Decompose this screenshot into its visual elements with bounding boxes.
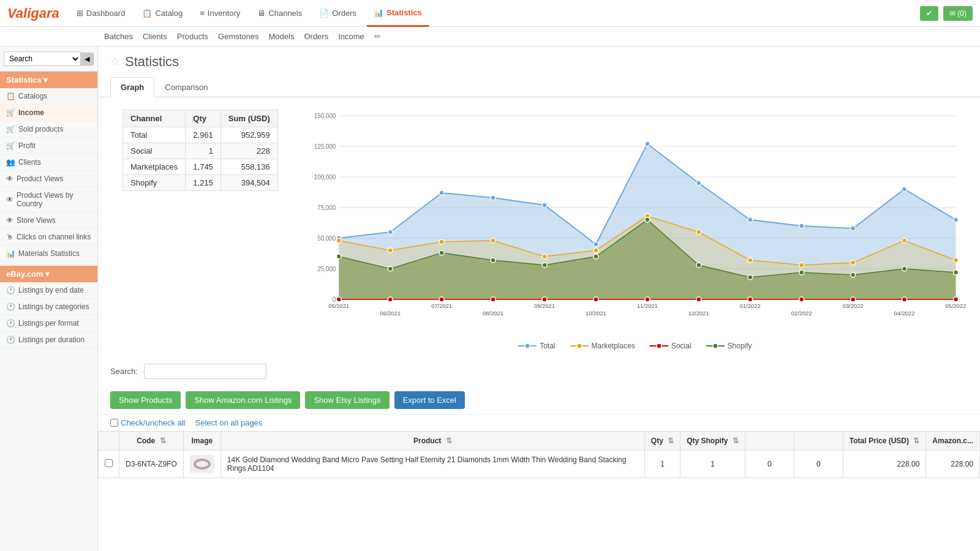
- sidebar-item-listings-categories[interactable]: 🕐 Listings by categories: [0, 299, 97, 315]
- nav-orders[interactable]: 📄 Orders: [312, 0, 364, 27]
- product-col-header[interactable]: Product ⇅: [221, 432, 644, 451]
- materials-stats-icon: 📊: [6, 249, 15, 258]
- sub-nav-income[interactable]: Income: [338, 32, 364, 41]
- edit-icon[interactable]: ✏: [374, 32, 381, 41]
- page-title-bar: ☆ Statistics: [98, 47, 980, 77]
- sub-nav-models[interactable]: Models: [269, 32, 295, 41]
- svg-point-90: [902, 266, 907, 271]
- svg-point-50: [850, 226, 855, 231]
- code-col-header[interactable]: Code ⇅: [119, 432, 184, 451]
- export-excel-button[interactable]: Export to Excel: [394, 391, 465, 409]
- sidebar-item-listings-format[interactable]: 🕐 Listings per format: [0, 315, 97, 332]
- svg-point-48: [748, 217, 753, 222]
- sub-nav-orders[interactable]: Orders: [304, 32, 328, 41]
- product-qty-shopify: 1: [680, 451, 745, 478]
- sidebar-item-store-views[interactable]: 👁 Store Views: [0, 212, 97, 229]
- show-amazon-button[interactable]: Show Amazon.com Listings: [186, 391, 300, 409]
- channel-table-row: Shopify 1,215 394,504: [123, 175, 278, 191]
- search-input[interactable]: [144, 364, 266, 379]
- income-icon: 🛒: [6, 108, 15, 117]
- ebay-section-header[interactable]: eBay.com ▾: [0, 266, 97, 282]
- row-checkbox-cell[interactable]: [99, 451, 119, 478]
- select-on-all-pages[interactable]: Select on all pages: [195, 418, 263, 427]
- product-amazon-price: 228.00: [926, 451, 980, 478]
- sidebar-item-materials-stats[interactable]: 📊 Materials Statistics: [0, 246, 97, 262]
- sidebar-item-income[interactable]: 🛒 Income: [0, 105, 97, 121]
- sub-nav-gemstones[interactable]: Gemstones: [218, 32, 258, 41]
- nav-inventory[interactable]: ≡ Inventory: [192, 0, 247, 27]
- svg-point-85: [645, 217, 650, 222]
- product-code: D3-6NTA-Z9FO: [119, 451, 184, 478]
- nav-catalog[interactable]: 📋 Catalog: [135, 0, 190, 27]
- svg-point-73: [696, 297, 701, 302]
- show-etsy-button[interactable]: Show Etsy Listings: [305, 391, 389, 409]
- check-uncheck-all-label[interactable]: Check/uncheck all: [110, 418, 186, 427]
- channel-sum: 558,136: [221, 159, 277, 175]
- sidebar-item-product-views-country[interactable]: 👁 Product Views by Country: [0, 187, 97, 212]
- favorite-icon[interactable]: ☆: [110, 55, 120, 69]
- svg-text:07/2021: 07/2021: [431, 302, 452, 309]
- sidebar-item-sold-products[interactable]: 🛒 Sold products: [0, 121, 97, 138]
- logo[interactable]: Valigara: [7, 6, 59, 21]
- nav-channels[interactable]: 🖥 Channels: [250, 0, 309, 27]
- sidebar-item-profit[interactable]: 🛒 Profit: [0, 138, 97, 154]
- check-all-checkbox[interactable]: [110, 419, 118, 427]
- total-price-col-header[interactable]: Total Price (USD) ⇅: [843, 432, 925, 451]
- svg-point-82: [491, 258, 496, 263]
- sidebar-item-product-views[interactable]: 👁 Product Views: [0, 171, 97, 187]
- qty-col-header-prod[interactable]: Qty ⇅: [644, 432, 680, 451]
- main-layout: Search ◀ Statistics ▾ 📋 Catalogs 🛒 Incom…: [0, 47, 980, 551]
- sub-nav-clients[interactable]: Clients: [143, 32, 167, 41]
- nav-statistics[interactable]: 📊 Statistics: [366, 0, 429, 27]
- search-bar: Search ◀: [0, 47, 97, 72]
- svg-text:05/2022: 05/2022: [945, 302, 966, 309]
- sub-nav-batches[interactable]: Batches: [104, 32, 133, 41]
- sidebar-item-catalogs[interactable]: 📋 Catalogs: [0, 88, 97, 105]
- dashboard-icon: ⊞: [77, 9, 83, 18]
- row-checkbox[interactable]: [105, 459, 113, 467]
- svg-point-88: [799, 270, 804, 275]
- svg-text:150,000: 150,000: [314, 113, 336, 119]
- tab-graph[interactable]: Graph: [110, 77, 154, 97]
- tab-comparison[interactable]: Comparison: [154, 77, 218, 97]
- col-empty-1: [745, 432, 794, 451]
- svg-text:11/2021: 11/2021: [637, 302, 658, 309]
- tabs-bar: Graph Comparison: [98, 77, 980, 97]
- channel-sum: 228: [221, 143, 277, 159]
- qty-shopify-col-header[interactable]: Qty Shopify ⇅: [680, 432, 745, 451]
- svg-point-78: [953, 297, 958, 302]
- svg-point-87: [748, 275, 753, 280]
- sold-products-icon: 🛒: [6, 125, 15, 133]
- svg-point-53: [336, 238, 341, 243]
- sub-nav-products[interactable]: Products: [177, 32, 208, 41]
- inventory-icon: ≡: [200, 9, 205, 18]
- search-toggle-button[interactable]: ◀: [81, 53, 94, 66]
- sidebar-item-clicks-channel[interactable]: 🖱 Clicks on channel links: [0, 229, 97, 246]
- statistics-section-header[interactable]: Statistics ▾: [0, 72, 97, 88]
- product-views-country-icon: 👁: [6, 195, 13, 204]
- svg-point-80: [388, 266, 393, 271]
- green-action-button[interactable]: ✔: [920, 6, 938, 21]
- mail-button[interactable]: ✉ (0): [943, 6, 973, 21]
- sidebar-item-clients[interactable]: 👥 Clients: [0, 154, 97, 171]
- svg-point-43: [491, 195, 496, 200]
- product-name: 14K Gold Diamond Wedding Band Micro Pave…: [221, 451, 644, 478]
- amazon-col-header: Amazon.c...: [926, 432, 980, 451]
- svg-point-61: [748, 258, 753, 263]
- legend-item: Social: [650, 342, 692, 350]
- show-products-button[interactable]: Show Products: [110, 391, 181, 409]
- image-col-header: Image: [183, 432, 221, 451]
- qty-col-header: Qty: [186, 110, 221, 127]
- svg-point-71: [594, 297, 598, 302]
- svg-point-66: [336, 297, 341, 302]
- search-select[interactable]: Search: [4, 51, 81, 66]
- legend-item: Shopify: [706, 342, 752, 350]
- sidebar-item-listings-duration[interactable]: 🕐 Listings per duration: [0, 332, 97, 348]
- channel-stats-table: Channel Qty Sum (USD) Total 2,961 952,95…: [110, 103, 290, 197]
- sidebar-item-listings-end-date[interactable]: 🕐 Listings by end date: [0, 282, 97, 299]
- svg-point-45: [594, 242, 598, 247]
- svg-point-86: [696, 263, 701, 268]
- nav-dashboard[interactable]: ⊞ Dashboard: [69, 0, 133, 27]
- channel-name: Shopify: [123, 175, 186, 191]
- svg-point-84: [594, 254, 598, 259]
